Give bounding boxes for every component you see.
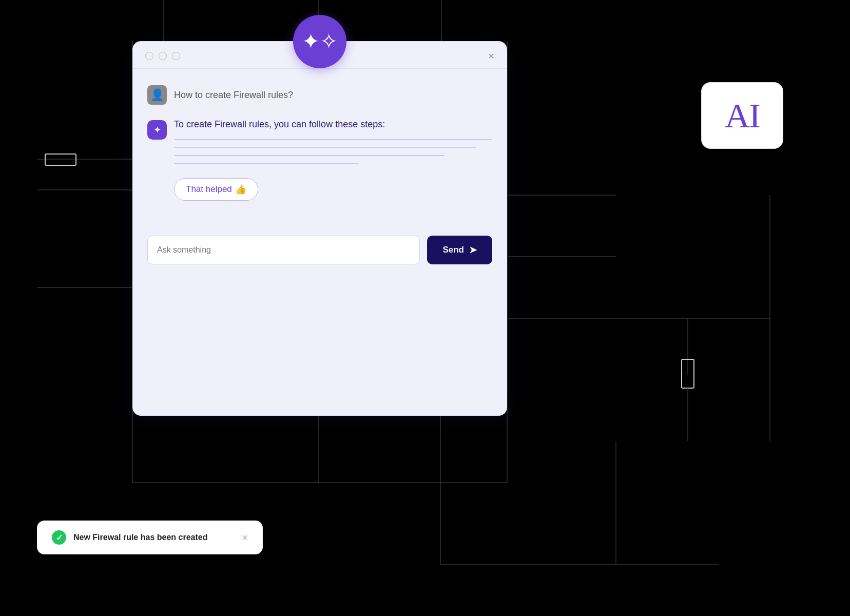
- user-avatar-icon: 👤: [150, 88, 164, 102]
- feedback-label: That helped: [186, 184, 232, 195]
- ai-badge: AI: [701, 82, 783, 149]
- that-helped-button[interactable]: That helped 👍: [174, 178, 258, 201]
- check-icon: ✓: [56, 533, 63, 543]
- content-line-4: [174, 163, 359, 164]
- user-message: 👤 How to create Firewall rules?: [147, 85, 492, 105]
- svg-rect-5: [45, 154, 76, 165]
- chat-input[interactable]: [147, 236, 420, 264]
- send-button[interactable]: Send ➤: [427, 236, 492, 264]
- notification-toast: ✓ New Firewal rule has been created ×: [37, 521, 263, 554]
- toast-close-button[interactable]: ×: [242, 532, 248, 543]
- ai-message: ✦ To create Firewall rules, you can foll…: [147, 119, 492, 201]
- chat-window: ✦✧ × 👤 How to create Firewall rules? ✦ T…: [132, 41, 507, 416]
- content-line-3: [174, 155, 445, 156]
- svg-rect-11: [682, 359, 694, 388]
- close-button[interactable]: ×: [488, 51, 494, 61]
- input-area: Send ➤: [133, 225, 507, 279]
- ai-sparkle-icon: ✦: [153, 124, 161, 136]
- ai-avatar-circle: ✦✧: [293, 15, 346, 68]
- content-lines: [174, 139, 492, 164]
- send-arrow-icon: ➤: [469, 244, 477, 256]
- thumbs-up-icon: 👍: [235, 184, 246, 195]
- notification-message: New Firewal rule has been created: [73, 533, 235, 542]
- ai-badge-text: AI: [725, 98, 760, 133]
- content-line-1: [174, 139, 492, 140]
- user-question: How to create Firewall rules?: [174, 90, 293, 101]
- window-dot-3: [172, 52, 180, 60]
- send-label: Send: [442, 245, 464, 255]
- content-line-2: [174, 147, 476, 148]
- window-controls: [145, 52, 180, 60]
- chat-body: 👤 How to create Firewall rules? ✦ To cre…: [133, 69, 507, 225]
- ai-icon-box: ✦: [147, 120, 167, 140]
- user-avatar: 👤: [147, 85, 167, 105]
- ai-response-text: To create Firewall rules, you can follow…: [174, 119, 492, 130]
- check-circle: ✓: [52, 530, 66, 545]
- ai-content: To create Firewall rules, you can follow…: [174, 119, 492, 201]
- window-dot-2: [159, 52, 167, 60]
- sparkle-icon: ✦✧: [302, 31, 338, 52]
- window-dot-1: [145, 52, 153, 60]
